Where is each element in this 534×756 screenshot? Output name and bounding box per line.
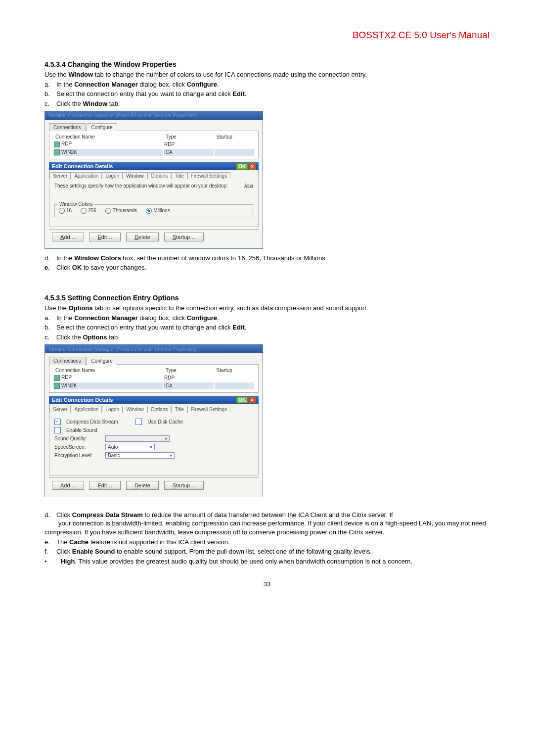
step-d2: d.Click Compress Data Stream to reduce t… [44, 511, 490, 537]
section-heading-options: 4.5.3.5 Setting Connection Entry Options [44, 294, 490, 302]
lbl-compress: Compress Data Stream [66, 419, 118, 425]
table-row[interactable]: WIN2KICA [53, 382, 254, 389]
tab-application[interactable]: Application [71, 406, 102, 413]
combo-speedscreen[interactable]: Auto▾ [105, 444, 155, 450]
step-a2: a.In the Connection Manager dialog box, … [44, 314, 490, 323]
tab-firewall[interactable]: Firewall Settings [187, 172, 230, 179]
legend-colors: Window Colors [58, 201, 94, 207]
conn-icon [54, 383, 60, 389]
step-b: b.Select the connection entry that you w… [44, 90, 490, 98]
step-c: c.Click the Window tab. [44, 99, 490, 108]
col-name: Connection Name [53, 368, 163, 373]
combo-sound-quality[interactable]: ▾ [105, 435, 170, 442]
tab-title[interactable]: Title [171, 406, 187, 413]
bullet-high: ▪ High. This value provides the greatest… [44, 557, 490, 566]
tab-server[interactable]: Server [49, 406, 71, 413]
tab-logon[interactable]: Logon [102, 406, 123, 413]
lbl-encryption: Encryption Level: [54, 453, 101, 458]
table-row[interactable]: RDPRDP [53, 374, 254, 381]
col-startup: Startup [215, 134, 254, 140]
conn-icon [54, 375, 60, 381]
ok-button[interactable]: OK [236, 397, 248, 403]
lbl-speedscreen: SpeedScreen: [54, 444, 101, 450]
table-row[interactable]: RDPRDP [53, 141, 254, 147]
edit-button[interactable]: Edit… [89, 481, 121, 490]
col-type: Type [164, 368, 214, 373]
chk-disk-cache[interactable] [135, 419, 142, 425]
step-a: a.In the Connection Manager dialog box, … [44, 80, 490, 89]
tab-title[interactable]: Title [171, 172, 187, 179]
ica-logo: ica [244, 182, 253, 189]
tab-options[interactable]: Options [147, 172, 171, 179]
tab-window[interactable]: Window [123, 406, 147, 413]
tab-firewall[interactable]: Firewall Settings [187, 406, 230, 413]
radio-256[interactable]: 256 [81, 208, 96, 214]
step-c2: c.Click the Options tab. [44, 333, 490, 342]
lbl-sound-quality: Sound Quality: [54, 436, 101, 441]
manual-header: BOSSTX2 CE 5.0 User's Manual [44, 30, 490, 41]
tab-configure[interactable]: Configure [87, 357, 117, 365]
tab-connections[interactable]: Connections [49, 123, 86, 131]
close-icon[interactable]: × [249, 397, 256, 403]
screenshot-options-tab: Terminal Connection Manager (Press F2 to… [44, 344, 263, 497]
chk-enable-sound[interactable] [54, 427, 61, 433]
window-colors-fieldset: Window Colors 16 256 Thousands Millions [54, 204, 253, 217]
add-button[interactable]: Add… [52, 233, 84, 241]
chevron-down-icon: ▾ [170, 453, 172, 458]
section-intro-2: Use the Options tab to set options speci… [44, 304, 490, 313]
table-row[interactable]: WIN2KICA [53, 149, 254, 156]
col-name: Connection Name [53, 134, 163, 140]
window-title: Terminal Connection Manager (Press F2 to… [45, 345, 263, 353]
delete-button[interactable]: Delete [126, 233, 159, 241]
radio-thousands[interactable]: Thousands [105, 208, 137, 214]
col-startup: Startup [215, 368, 254, 373]
edit-button[interactable]: Edit… [89, 233, 121, 241]
startup-button[interactable]: Startup… [164, 481, 204, 490]
conn-icon [54, 142, 60, 147]
step-b2: b.Select the connection entry that you w… [44, 323, 490, 332]
ok-button[interactable]: OK [236, 163, 248, 170]
window-title: Terminal Connection Manager (Press F2 to… [45, 111, 263, 120]
tab-window[interactable]: Window [123, 172, 147, 179]
step-e2: e.The Cache feature is not supported in … [44, 538, 490, 547]
step-f2: f.Click Enable Sound to enable sound sup… [44, 547, 490, 556]
add-button[interactable]: Add… [52, 481, 84, 490]
window-desc: These settings specify how the applicati… [54, 183, 253, 189]
chk-compress[interactable] [54, 419, 61, 425]
chevron-down-icon: ▾ [165, 436, 167, 441]
radio-millions[interactable]: Millions [146, 208, 170, 214]
tab-logon[interactable]: Logon [102, 172, 123, 179]
close-icon[interactable]: × [249, 163, 256, 170]
lbl-enable-sound: Enable Sound [66, 427, 97, 433]
chevron-down-icon: ▾ [150, 444, 152, 450]
conn-icon [54, 149, 60, 155]
edit-details-title: Edit Connection Details [52, 163, 113, 169]
section-heading-window-props: 4.5.3.4 Changing the Window Properties [44, 60, 490, 68]
section-intro: Use the Window tab to change the number … [44, 70, 490, 79]
lbl-disk-cache: Use Disk Cache [147, 419, 183, 425]
tab-configure[interactable]: Configure [87, 123, 117, 131]
page-number: 33 [44, 580, 490, 588]
startup-button[interactable]: Startup… [164, 233, 204, 241]
combo-encryption[interactable]: Basic▾ [105, 452, 175, 459]
step-e: e.Click OK to save your changes. [44, 263, 490, 272]
edit-details-title: Edit Connection Details [52, 397, 113, 403]
delete-button[interactable]: Delete [126, 481, 159, 490]
tab-connections[interactable]: Connections [49, 357, 86, 365]
tab-options[interactable]: Options [147, 406, 171, 413]
radio-16[interactable]: 16 [59, 208, 72, 214]
step-d: d.In the Window Colors box, set the numb… [44, 254, 490, 263]
screenshot-window-tab: Terminal Connection Manager (Press F2 to… [44, 111, 263, 249]
tab-server[interactable]: Server [49, 172, 71, 179]
col-type: Type [164, 134, 214, 140]
tab-application[interactable]: Application [71, 172, 102, 179]
